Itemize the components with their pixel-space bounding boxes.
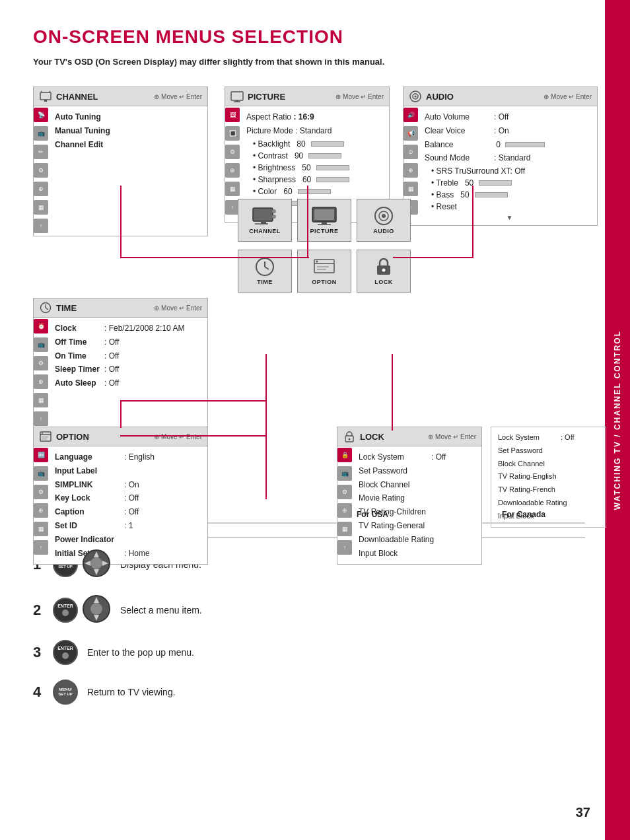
opt-icon-6: ↑ (34, 540, 48, 555)
nav-channel-label: CHANNEL (249, 228, 281, 234)
audio-panel-header: AUDIO ⊕ Move ↵ Enter (403, 87, 597, 106)
aud-bass: • Bass 50 (425, 189, 594, 201)
ch-icon-5: ⊕ (34, 182, 48, 196)
pic-backlight: • Backlight 80 (246, 138, 386, 150)
lock-icon (343, 430, 356, 443)
nav-option-img (310, 257, 338, 277)
opt-initial: Initial Setting: Home (55, 547, 205, 561)
ch-icon-7: ↑ (34, 219, 48, 233)
channel-panel-nav: ⊕ Move ↵ Enter (154, 93, 202, 100)
opt-icon-1: 🔤 (34, 448, 48, 462)
lk-download: Downloadable Rating (359, 533, 479, 547)
instruction-4: 4 MENU/SET UP Return to TV viewing. (33, 680, 585, 705)
instruction-2: 2 ENTER Select a menu item. (33, 594, 585, 625)
lk-icon-3: ⚙ (337, 485, 352, 499)
sidebar: WATCHING TV / CHANNEL CONTROL (605, 0, 630, 840)
page-number: 37 (576, 805, 590, 820)
picture-icon (230, 90, 244, 103)
nav-box-time[interactable]: TIME (238, 250, 292, 293)
picture-panel-nav: ⊕ Move ↵ Enter (335, 93, 384, 100)
pic-mode: Picture Mode : Standard (246, 124, 386, 138)
ch-icon-2: 📺 (34, 126, 48, 141)
nav-box-picture[interactable]: PICTURE (297, 199, 351, 242)
nav-box-audio[interactable]: AUDIO (357, 199, 411, 242)
svg-rect-4 (231, 92, 243, 100)
sidebar-text: WATCHING TV / CHANNEL CONTROL (613, 330, 622, 510)
picture-panel-header: PICTURE ⊕ Move ↵ Enter (225, 87, 389, 106)
time-panel-title: TIME (56, 303, 150, 313)
lk-icon-6: ↑ (337, 540, 352, 555)
connector-aud-h (393, 257, 473, 258)
for-usa-label: For USA (357, 509, 388, 519)
pic-icon-1: 🖼 (225, 108, 240, 122)
svg-rect-29 (317, 269, 326, 270)
for-canada-label: For Canada (502, 509, 545, 519)
tm-icon-6: ↑ (34, 411, 48, 426)
nav-time-label: TIME (257, 279, 273, 285)
conn-lock-v (392, 354, 393, 431)
step-2-text: Select a menu item. (120, 605, 202, 615)
nav-time-img (251, 257, 279, 277)
enter-btn-3[interactable]: ENTER (53, 640, 78, 665)
aud-srs: • SRS TruSurround XT: Off (425, 165, 594, 177)
step-4-buttons: MENU/SET UP (53, 680, 78, 705)
conn-time-right (265, 354, 267, 402)
page-title: ON-SCREEN MENUS SELECTION (33, 26, 585, 48)
lk-movie: Movie Rating (359, 491, 479, 505)
svg-rect-39 (42, 438, 47, 440)
menu-setup-btn-4[interactable]: MENU/SET UP (53, 680, 78, 705)
step-2-buttons: ENTER (53, 594, 111, 625)
pic-brightness: • Brightness 50 (246, 162, 386, 174)
tm-icon-1: ⏰ (34, 319, 48, 333)
step-3-number: 3 (33, 644, 44, 661)
aud-reset: • Reset (425, 201, 594, 213)
enter-btn-2[interactable]: ENTER (53, 598, 78, 623)
nav-box-option[interactable]: OPTION (297, 250, 351, 293)
panels-section: CHANNEL ⊕ Move ↵ Enter 📡 📺 ✏ ⚙ ⊕ ▦ ↑ Aut… (33, 87, 585, 522)
step-3-buttons: ENTER (53, 640, 78, 665)
tm-autosleep: Auto Sleep: Off (55, 376, 205, 390)
aud-icon-4: ⊕ (403, 163, 418, 178)
pic-contrast: • Contrast 90 (246, 150, 386, 162)
nav-box-lock[interactable]: LOCK (357, 250, 411, 293)
tm-icon-3: ⚙ (34, 356, 48, 370)
nav-diagram: CHANNEL PICTURE AUDIO (238, 199, 411, 298)
svg-rect-18 (314, 209, 334, 220)
nav-box-channel[interactable]: CHANNEL (238, 199, 292, 242)
ch-icon-1: 📡 (34, 108, 48, 122)
channel-icon (39, 90, 52, 103)
enter-btn-inner (62, 610, 69, 616)
step-2-number: 2 (33, 602, 44, 619)
opt-simplink: SIMPLINK: On (55, 478, 205, 492)
time-icon (39, 301, 52, 314)
audio-panel: AUDIO ⊕ Move ↵ Enter 🔊 📢 ⊙ ⊕ ▦ ↑ Auto Vo… (403, 87, 598, 226)
pic-color: • Color 60 (246, 186, 386, 197)
lk-ca-system: Lock System: Off (498, 431, 599, 444)
audio-icon (409, 90, 422, 103)
pic-aspect: Aspect Ratio : 16:9 (246, 110, 386, 124)
lk-ca-block: Block Channel (498, 458, 599, 471)
audio-panel-body: 🔊 📢 ⊙ ⊕ ▦ ↑ Auto Volume: Off Clear Voice… (403, 106, 597, 225)
conn-lock-h (392, 429, 393, 431)
lk-ca-download: Downloadable Rating (498, 497, 599, 510)
opt-keylock: Key Lock: Off (55, 491, 205, 505)
opt-icon-4: ⊕ (34, 503, 48, 518)
svg-rect-0 (40, 92, 51, 100)
tm-sleep: Sleep Timer: Off (55, 363, 205, 376)
svg-line-24 (265, 267, 269, 269)
nav-row-bottom: TIME OPTION LOCK (238, 250, 411, 293)
svg-rect-28 (317, 266, 329, 267)
tm-icon-2: 📺 (34, 337, 48, 352)
instruction-3: 3 ENTER Enter to the pop up menu. (33, 640, 585, 665)
conn-opt-h (120, 435, 267, 437)
opt-lang: Language: English (55, 450, 205, 464)
svg-point-43 (90, 557, 102, 569)
channel-panel-header: CHANNEL ⊕ Move ↵ Enter (34, 87, 207, 106)
lk-input: Input Block (359, 547, 479, 561)
lk-ca-eng: TV Rating-English (498, 470, 599, 483)
lock-panel-nav: ⊕ Move ↵ Enter (428, 433, 476, 440)
aud-treble: • Treble 50 (425, 177, 594, 189)
opt-icon-5: ▦ (34, 522, 48, 536)
nav-picture-img (310, 206, 338, 226)
svg-point-13 (272, 209, 276, 213)
